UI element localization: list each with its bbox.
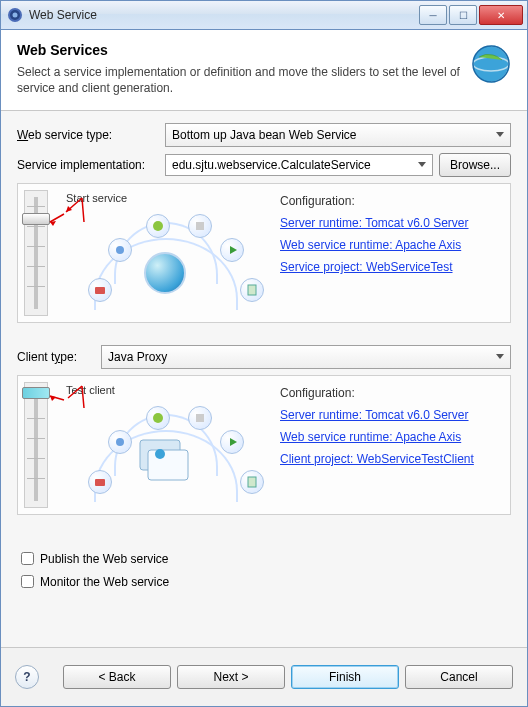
monitor-checkbox-input[interactable] <box>21 575 34 588</box>
slider-thumb[interactable] <box>22 213 50 225</box>
server-runtime-link[interactable]: Server runtime: Tomcat v6.0 Server <box>280 216 502 230</box>
annotation-start-service: Start service <box>66 192 127 204</box>
annotation-test-client: Test client <box>66 384 115 396</box>
finish-button[interactable]: Finish <box>291 665 399 689</box>
server-level-slider[interactable] <box>24 190 48 316</box>
svg-point-14 <box>153 413 163 423</box>
service-impl-value: edu.sjtu.webservice.CalculateService <box>172 158 371 172</box>
web-service-type-select[interactable]: Bottom up Java bean Web Service <box>165 123 511 147</box>
node-doc-icon <box>240 278 264 302</box>
node-doc-icon <box>240 470 264 494</box>
footer: ? < Back Next > Finish Cancel <box>1 647 527 706</box>
server-section: Start service Configuration: Server ru <box>17 183 511 323</box>
client-type-select[interactable]: Java Proxy <box>101 345 511 369</box>
client-configuration: Configuration: Server runtime: Tomcat v6… <box>280 382 502 508</box>
svg-point-7 <box>116 246 124 254</box>
server-configuration: Configuration: Server runtime: Tomcat v6… <box>280 190 502 316</box>
svg-rect-6 <box>95 287 105 294</box>
publish-checkbox[interactable]: Publish the Web service <box>17 549 511 568</box>
svg-rect-17 <box>248 477 256 487</box>
svg-point-13 <box>116 438 124 446</box>
slider-thumb[interactable] <box>22 387 50 399</box>
minimize-button[interactable]: ─ <box>419 5 447 25</box>
window-title: Web Service <box>29 8 417 22</box>
client-project-link[interactable]: Client project: WebServiceTestClient <box>280 452 502 466</box>
svg-rect-19 <box>148 450 188 480</box>
svg-point-8 <box>153 221 163 231</box>
monitor-checkbox[interactable]: Monitor the Web service <box>17 572 511 591</box>
svg-rect-11 <box>248 285 256 295</box>
node-run-icon <box>220 430 244 454</box>
client-type-value: Java Proxy <box>108 350 167 364</box>
service-impl-label: Service implementation: <box>17 158 165 172</box>
back-button[interactable]: < Back <box>63 665 171 689</box>
window-buttons: ─ ☐ ✕ <box>417 5 523 25</box>
server-diagram: Start service <box>54 190 274 316</box>
chevron-down-icon <box>496 354 504 359</box>
options: Publish the Web service Monitor the Web … <box>17 549 511 591</box>
chevron-down-icon <box>496 132 504 137</box>
client-level-slider[interactable] <box>24 382 48 508</box>
svg-point-20 <box>155 449 165 459</box>
server-runtime-link[interactable]: Server runtime: Tomcat v6.0 Server <box>280 408 502 422</box>
banner-title: Web Services <box>17 42 461 58</box>
svg-marker-10 <box>230 246 237 254</box>
next-button[interactable]: Next > <box>177 665 285 689</box>
client-type-label: Client type: <box>17 350 101 364</box>
browse-button[interactable]: Browse... <box>439 153 511 177</box>
service-impl-combo[interactable]: edu.sjtu.webservice.CalculateService <box>165 154 433 176</box>
close-button[interactable]: ✕ <box>479 5 523 25</box>
dialog-window: Web Service ─ ☐ ✕ Web Services Select a … <box>0 0 528 707</box>
web-service-type-label: Web service type: <box>17 128 165 142</box>
web-service-runtime-link[interactable]: Web service runtime: Apache Axis <box>280 430 502 444</box>
node-run-icon <box>220 238 244 262</box>
configuration-label: Configuration: <box>280 194 502 208</box>
web-service-type-value: Bottom up Java bean Web Service <box>172 128 357 142</box>
monitor-icon <box>138 438 190 487</box>
chevron-down-icon <box>418 162 426 167</box>
service-project-link[interactable]: Service project: WebServiceTest <box>280 260 502 274</box>
maximize-button[interactable]: ☐ <box>449 5 477 25</box>
cancel-button[interactable]: Cancel <box>405 665 513 689</box>
svg-marker-16 <box>230 438 237 446</box>
content-area: Web service type: Bottom up Java bean We… <box>1 111 527 647</box>
app-icon <box>7 7 23 23</box>
svg-point-2 <box>13 13 18 18</box>
svg-rect-12 <box>95 479 105 486</box>
globe-icon <box>469 42 513 86</box>
web-service-runtime-link[interactable]: Web service runtime: Apache Axis <box>280 238 502 252</box>
publish-checkbox-input[interactable] <box>21 552 34 565</box>
banner: Web Services Select a service implementa… <box>1 30 527 111</box>
titlebar: Web Service ─ ☐ ✕ <box>1 1 527 30</box>
configuration-label: Configuration: <box>280 386 502 400</box>
node-server-icon <box>188 406 212 430</box>
client-section: Test client <box>17 375 511 515</box>
node-server-icon <box>188 214 212 238</box>
client-diagram: Test client <box>54 382 274 508</box>
svg-rect-9 <box>196 222 204 230</box>
banner-description: Select a service implementation or defin… <box>17 64 461 96</box>
help-icon[interactable]: ? <box>15 665 39 689</box>
svg-rect-15 <box>196 414 204 422</box>
